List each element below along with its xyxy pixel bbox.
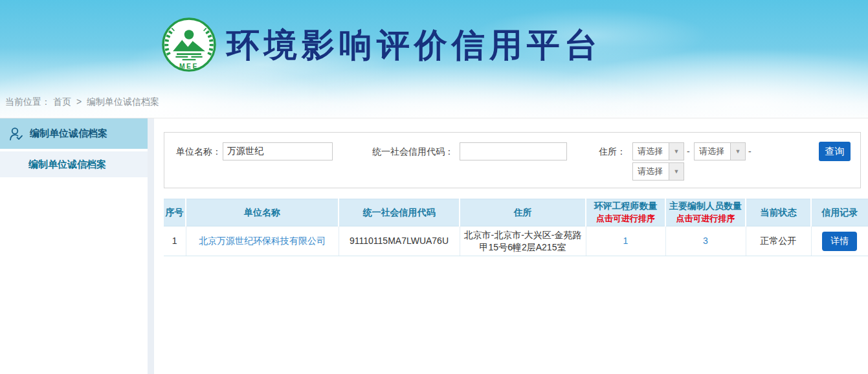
sort-hint-engineer[interactable]: 点击可进行排序	[586, 213, 665, 225]
col-header-staff-count-label: 主要编制人员数量	[669, 201, 742, 211]
sidebar-subitem-label: 编制单位诚信档案	[28, 159, 106, 171]
user-check-icon	[8, 126, 24, 142]
cell-address: 北京市-北京市-大兴区-金苑路甲15号6幢2层A215室	[460, 226, 586, 256]
sidebar-subitem-unit-credit-archive[interactable]: 编制单位诚信档案	[0, 151, 148, 177]
address-province-value: 请选择	[633, 143, 669, 160]
address-district-select[interactable]: 请选择 ▼	[632, 162, 684, 181]
credit-code-input[interactable]	[460, 142, 567, 160]
results-table-wrap: 序号 单位名称 统一社会信用代码 住所 环评工程师数量 点击可进行排序 主要编制…	[164, 199, 868, 256]
col-header-engineer-count[interactable]: 环评工程师数量 点击可进行排序	[586, 199, 665, 226]
breadcrumb: 当前位置：首页 > 编制单位诚信档案	[5, 96, 162, 108]
mee-logo-icon: MEE	[161, 17, 217, 72]
query-button[interactable]: 查询	[819, 142, 851, 161]
main-area: 编制单位诚信档案 编制单位诚信档案 单位名称： 统一社会信用代码： 住所： 请选…	[0, 118, 868, 374]
chevron-down-icon[interactable]: ▼	[669, 143, 684, 160]
address-city-value: 请选择	[695, 143, 730, 160]
col-header-index: 序号	[164, 199, 186, 226]
col-header-address: 住所	[460, 199, 586, 226]
staff-count-link[interactable]: 3	[703, 236, 708, 246]
sidebar-divider	[148, 118, 154, 374]
address-dash-2: -	[748, 142, 751, 160]
table-row: 1 北京万源世纪环保科技有限公司 91110115MA7LWUA76U 北京市-…	[164, 226, 868, 256]
breadcrumb-home-link[interactable]: 首页	[53, 96, 71, 107]
engineer-count-link[interactable]: 1	[623, 236, 629, 246]
results-table: 序号 单位名称 统一社会信用代码 住所 环评工程师数量 点击可进行排序 主要编制…	[164, 199, 868, 256]
site-title: 环境影响评价信用平台	[227, 23, 602, 68]
chevron-down-icon[interactable]: ▼	[730, 143, 745, 160]
cell-status: 正常公开	[746, 226, 811, 256]
sort-hint-staff[interactable]: 点击可进行排序	[666, 213, 745, 225]
col-header-status: 当前状态	[746, 199, 811, 226]
search-panel: 单位名称： 统一社会信用代码： 住所： 请选择 ▼ - 请选择 ▼ - 请选择 …	[164, 132, 861, 188]
cell-index: 1	[164, 226, 186, 256]
unit-name-label: 单位名称：	[176, 142, 221, 160]
address-province-select[interactable]: 请选择 ▼	[632, 142, 684, 160]
table-header-row: 序号 单位名称 统一社会信用代码 住所 环评工程师数量 点击可进行排序 主要编制…	[164, 199, 868, 226]
unit-name-input[interactable]	[223, 142, 333, 160]
col-header-staff-count[interactable]: 主要编制人员数量 点击可进行排序	[665, 199, 746, 226]
address-dash-1: -	[687, 142, 690, 160]
breadcrumb-separator: >	[76, 96, 82, 107]
content-area: 单位名称： 统一社会信用代码： 住所： 请选择 ▼ - 请选择 ▼ - 请选择 …	[154, 118, 868, 374]
logo-mee-text: MEE	[179, 63, 199, 70]
sidebar-item-label: 编制单位诚信档案	[30, 127, 107, 140]
chevron-down-icon[interactable]: ▼	[669, 163, 684, 180]
breadcrumb-current: 编制单位诚信档案	[87, 96, 159, 107]
credit-code-label: 统一社会信用代码：	[372, 142, 454, 160]
col-header-unit-name: 单位名称	[186, 199, 339, 226]
sidebar-item-unit-credit-archive[interactable]: 编制单位诚信档案	[0, 118, 148, 149]
col-header-credit-code: 统一社会信用代码	[339, 199, 460, 226]
detail-button[interactable]: 详情	[822, 232, 857, 251]
sidebar: 编制单位诚信档案 编制单位诚信档案	[0, 118, 148, 374]
col-header-engineer-count-label: 环评工程师数量	[594, 201, 658, 211]
breadcrumb-prefix: 当前位置：	[5, 96, 50, 107]
site-banner: MEE 环境影响评价信用平台 当前位置：首页 > 编制单位诚信档案	[0, 0, 868, 118]
address-district-value: 请选择	[633, 163, 669, 180]
address-label: 住所：	[599, 142, 626, 160]
cell-credit-code: 91110115MA7LWUA76U	[339, 226, 460, 256]
address-city-select[interactable]: 请选择 ▼	[694, 142, 746, 160]
unit-name-link[interactable]: 北京万源世纪环保科技有限公司	[199, 236, 326, 246]
col-header-credit-record: 信用记录	[811, 199, 868, 226]
